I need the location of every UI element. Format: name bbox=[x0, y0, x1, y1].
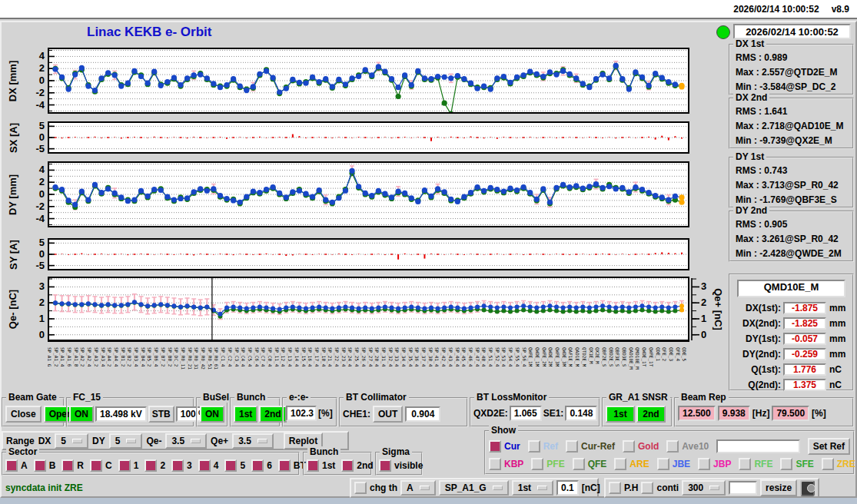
range-qe-minus-select[interactable]: 3.5 bbox=[165, 433, 207, 449]
sector-item-a-checkbox[interactable] bbox=[5, 459, 18, 472]
gr-a1-2nd-button[interactable]: 2nd bbox=[636, 406, 666, 423]
bpm-name-label: SP_47_4 bbox=[475, 347, 480, 366]
resize-button[interactable]: resize bbox=[760, 479, 797, 496]
sector-item-1-checkbox[interactable] bbox=[118, 459, 131, 472]
gr-a1-1st-button[interactable]: 1st bbox=[606, 406, 635, 423]
ph-checkbox-item[interactable]: P.H bbox=[609, 482, 638, 494]
camera-icon[interactable] bbox=[800, 480, 815, 496]
fc15-stb-button[interactable]: STB bbox=[148, 406, 174, 423]
sector-item-c[interactable]: C bbox=[90, 459, 112, 472]
show-pfe[interactable]: PFE bbox=[531, 458, 564, 470]
bpm-name-label: SP_B1_2 bbox=[121, 347, 126, 366]
threshold-input[interactable]: 0.1 bbox=[556, 480, 579, 496]
sector-item-3-checkbox[interactable] bbox=[171, 459, 184, 472]
show-ref-checkbox[interactable] bbox=[528, 440, 540, 453]
sector-item-c-checkbox[interactable] bbox=[90, 459, 102, 472]
sector-item-b-checkbox[interactable] bbox=[34, 459, 46, 472]
sector-item-r-checkbox[interactable] bbox=[61, 459, 74, 472]
bpm-name-label: SP_38_4 bbox=[428, 347, 433, 366]
show-cur[interactable]: Cur bbox=[489, 440, 520, 453]
sector-item-2[interactable]: 2 bbox=[144, 459, 165, 472]
show-gold-checkbox[interactable] bbox=[623, 440, 635, 453]
conti-checkbox-item[interactable]: conti bbox=[641, 482, 679, 494]
sector-item-b[interactable]: B bbox=[34, 459, 56, 472]
sector-item-2-checkbox[interactable] bbox=[144, 459, 157, 472]
show-qfe-checkbox[interactable] bbox=[573, 458, 585, 470]
ref-name-input[interactable] bbox=[716, 439, 799, 453]
show-ave10-checkbox[interactable] bbox=[666, 440, 679, 453]
sector-item-4[interactable]: 4 bbox=[198, 459, 219, 472]
show-sfe[interactable]: SFE bbox=[780, 458, 813, 470]
bunch-item-2nd[interactable]: 2nd bbox=[341, 459, 373, 472]
show-pfe-checkbox[interactable] bbox=[531, 458, 543, 470]
show-rfe[interactable]: RFE bbox=[739, 458, 772, 470]
sector-item-6-checkbox[interactable] bbox=[251, 459, 264, 472]
sector-item-1[interactable]: 1 bbox=[118, 459, 139, 472]
y-tick-label: -2 bbox=[23, 87, 45, 99]
show-ref[interactable]: Ref bbox=[528, 440, 558, 453]
range-dx-select[interactable]: 5 bbox=[55, 433, 88, 449]
bpm-name-label: SP_R0_31 bbox=[194, 347, 199, 370]
chg-th-select[interactable]: A bbox=[400, 480, 436, 496]
show-kbp[interactable]: KBP bbox=[489, 458, 523, 470]
show-cur-ref[interactable]: Cur-Ref bbox=[566, 440, 615, 453]
conti-count-select[interactable]: 300 bbox=[682, 480, 726, 496]
show-jbe[interactable]: JBE bbox=[657, 458, 690, 470]
sector-item-3[interactable]: 3 bbox=[171, 459, 192, 472]
bunch-item-1st-checkbox[interactable] bbox=[307, 459, 319, 472]
sigma-visible[interactable]: visible bbox=[379, 459, 423, 472]
y-tick-label: 0 bbox=[23, 75, 45, 87]
show-zre-label: ZRE bbox=[837, 459, 855, 469]
show-sfe-checkbox[interactable] bbox=[780, 458, 792, 470]
sector-item-r[interactable]: R bbox=[61, 459, 84, 472]
bpm-name-label: SP_A4_2 bbox=[107, 347, 112, 366]
bpm-name-label: SP_A2_4 bbox=[87, 347, 92, 366]
show-ave10[interactable]: Ave10 bbox=[666, 440, 709, 453]
show-zre[interactable]: ZRE bbox=[822, 458, 855, 470]
bunch-item-2nd-checkbox[interactable] bbox=[341, 459, 354, 472]
busel-on-button[interactable]: ON bbox=[200, 406, 224, 423]
status-time-field: 2026/02/14 10:00:52 bbox=[733, 24, 851, 39]
y-tick-label-right: 3 bbox=[701, 280, 706, 293]
che1-out-button[interactable]: OUT bbox=[373, 406, 403, 423]
range-qe-plus-select[interactable]: 3.5 bbox=[232, 433, 274, 449]
beam-gate-close-button[interactable]: Close bbox=[5, 406, 42, 423]
chg-th-checkbox[interactable] bbox=[354, 482, 367, 494]
sector-item-5-checkbox[interactable] bbox=[224, 459, 237, 472]
sector-item-bt-checkbox[interactable] bbox=[278, 459, 291, 472]
sector-item-a[interactable]: A bbox=[5, 459, 28, 472]
qe-minus-axis-title: Qe- [nC] bbox=[3, 277, 23, 342]
blank-entry[interactable] bbox=[729, 481, 757, 495]
show-jbp[interactable]: JBP bbox=[698, 458, 731, 470]
conti-checkbox[interactable] bbox=[641, 482, 653, 494]
bpm-name-label: SP_B8_2 bbox=[168, 347, 173, 366]
sigma-visible-checkbox[interactable] bbox=[379, 459, 391, 472]
bunch-select-group: Bunch 1st2nd bbox=[303, 452, 372, 476]
show-zre-checkbox[interactable] bbox=[822, 458, 834, 470]
bpm-name-label: SP_34_4 bbox=[401, 347, 407, 366]
show-are[interactable]: ARE bbox=[614, 458, 649, 470]
show-kbp-checkbox[interactable] bbox=[489, 458, 501, 470]
ph-checkbox[interactable] bbox=[609, 482, 621, 494]
gr-a1-snsr-group: GR_A1 SNSR 1st 2nd bbox=[602, 397, 673, 427]
sector-item-6[interactable]: 6 bbox=[251, 459, 272, 472]
show-jbp-checkbox[interactable] bbox=[698, 458, 710, 470]
show-cur-ref-checkbox[interactable] bbox=[566, 440, 578, 453]
set-ref-button[interactable]: Set Ref bbox=[808, 438, 850, 455]
show-gold[interactable]: Gold bbox=[623, 440, 659, 453]
show-jbe-checkbox[interactable] bbox=[657, 458, 669, 470]
show-qfe[interactable]: QFE bbox=[573, 458, 607, 470]
sector-item-5[interactable]: 5 bbox=[224, 459, 245, 472]
show-rfe-checkbox[interactable] bbox=[739, 458, 751, 470]
chg-th-checkbox-item[interactable]: chg th bbox=[354, 482, 397, 494]
bunch-item-1st[interactable]: 1st bbox=[307, 459, 335, 472]
bunch-select[interactable]: 1st bbox=[512, 480, 553, 496]
fc15-on-button[interactable]: ON bbox=[69, 406, 94, 423]
sector-item-bt[interactable]: BT bbox=[278, 459, 306, 472]
bunch-1st-button[interactable]: 1st bbox=[234, 406, 257, 423]
device-select[interactable]: SP_A1_G bbox=[439, 480, 509, 496]
range-dy-select[interactable]: 5 bbox=[109, 433, 143, 449]
show-cur-checkbox[interactable] bbox=[489, 440, 501, 453]
sector-item-4-checkbox[interactable] bbox=[198, 459, 211, 472]
show-are-checkbox[interactable] bbox=[614, 458, 626, 470]
